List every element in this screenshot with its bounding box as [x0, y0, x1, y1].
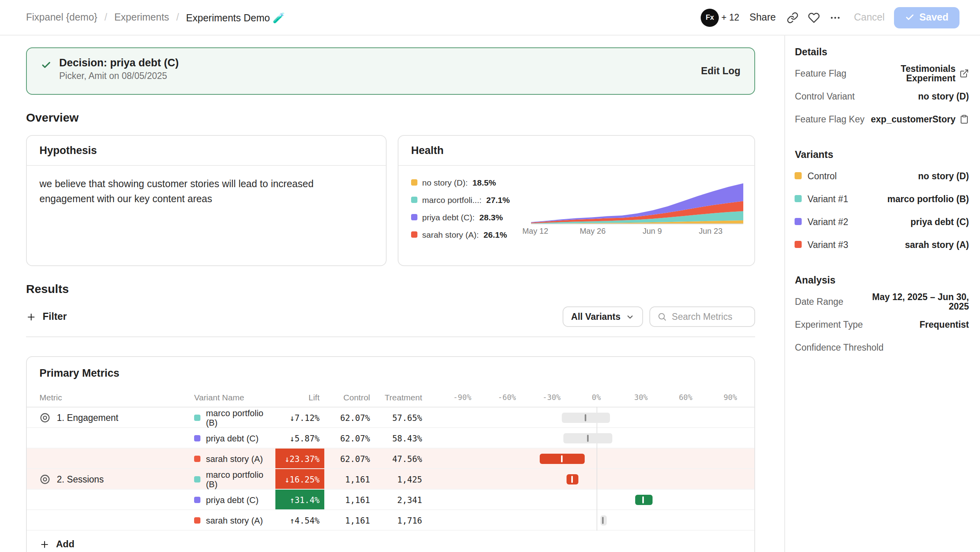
table-row[interactable]: priya debt (C) ↑31.4% 1,161 2,341 — [27, 490, 755, 510]
lift-value: ↓16.25% — [284, 474, 320, 484]
variant-name: priya debt (C) — [206, 495, 258, 504]
variant-cell: priya debt (C) — [182, 490, 266, 509]
analysis-label: Date Range — [795, 297, 843, 306]
lift-cell: ↓16.25% — [275, 469, 324, 489]
treatment-cell: 57.65% — [375, 407, 427, 427]
legend-label: no story (D): — [422, 178, 468, 187]
hypothesis-title: Hypothesis — [27, 136, 386, 166]
x-axis-label: May 12 — [522, 227, 548, 235]
health-chart-svg — [531, 178, 744, 224]
variant-name: marco portfolio (B) — [206, 408, 266, 427]
chevron-down-icon — [626, 312, 635, 321]
variant-label-text: Variant #3 — [808, 240, 848, 249]
saved-label: Saved — [919, 12, 948, 23]
confidence-interval-bar — [567, 474, 578, 484]
axis-tick-label: -30% — [542, 392, 561, 401]
avatar[interactable]: Fx — [701, 8, 719, 26]
lift-cell: ↓7.12% — [275, 407, 324, 427]
confidence-interval-bar — [563, 433, 613, 443]
more-options-button[interactable] — [825, 7, 846, 28]
variants-heading: Variants — [795, 149, 969, 160]
feature-flag-link[interactable]: Testimonials Experiment — [853, 64, 969, 83]
breadcrumb-item-project[interactable]: Fixpanel {demo} — [26, 12, 97, 23]
axis-tick-label: 30% — [634, 392, 647, 401]
legend-item: no story (D): 18.5% — [411, 178, 531, 187]
results-divider — [26, 336, 756, 337]
add-filter-button[interactable]: Filter — [26, 311, 67, 322]
confidence-interval-bar — [601, 515, 607, 525]
variant-value: no story (D) — [918, 171, 969, 180]
variants-filter-dropdown[interactable]: All Variants — [563, 306, 643, 327]
ci-chart-cell — [447, 428, 745, 448]
variant-swatch — [194, 455, 200, 462]
table-row[interactable]: sarah story (A) ↑4.54% 1,161 1,716 — [27, 510, 755, 531]
variant-swatch — [194, 476, 200, 482]
variant-name: priya debt (C) — [206, 433, 258, 443]
edit-log-button[interactable]: Edit Log — [701, 66, 741, 77]
search-icon — [658, 312, 667, 321]
collaborator-count[interactable]: + 12 — [721, 13, 739, 22]
lift-cell: ↓5.87% — [275, 428, 324, 448]
decision-byline: Picker, Amit on 08/05/2025 — [59, 71, 179, 81]
legend-item: sarah story (A): 26.1% — [411, 230, 531, 239]
ci-chart-cell — [447, 407, 745, 427]
details-heading: Details — [795, 47, 969, 58]
cancel-button[interactable]: Cancel — [854, 12, 885, 23]
variant-cell: sarah story (A) — [182, 510, 266, 530]
metric-name: 1. Engagement — [57, 413, 118, 422]
breadcrumb-item-current[interactable]: Experiments Demo 🧪 — [186, 11, 285, 23]
favorite-button[interactable] — [803, 7, 825, 28]
analysis-row-experiment-type: Experiment Type Frequentist — [795, 313, 969, 336]
variant-value: sarah story (A) — [905, 240, 969, 249]
table-header: Metric Variant Name Lift Control Treatme… — [27, 387, 755, 407]
table-row[interactable]: sarah story (A) ↓23.37% 62.07% 47.56% — [27, 449, 755, 469]
variant-swatch — [194, 414, 200, 421]
column-header-variant: Variant Name — [182, 392, 266, 402]
column-header-lift: Lift — [266, 392, 324, 402]
column-header-control: Control — [324, 392, 375, 402]
table-row[interactable]: 2. Sessions marco portfolio (B) ↓16.25% … — [27, 469, 755, 490]
hypothesis-text: we believe that showing customer stories… — [27, 166, 374, 219]
analysis-row-date-range: Date Range May 12, 2025 – Jun 30, 2025 — [795, 290, 969, 313]
copy-key-button[interactable] — [959, 114, 969, 124]
variant-label: Control — [795, 171, 837, 180]
metrics-table: Metric Variant Name Lift Control Treatme… — [27, 387, 755, 531]
add-label: Add — [56, 539, 75, 550]
treatment-cell: 58.43% — [375, 428, 427, 448]
variant-value: priya debt (C) — [911, 217, 969, 226]
legend-swatch — [411, 197, 417, 203]
plus-icon — [39, 539, 50, 549]
variant-swatch — [194, 435, 200, 441]
table-row[interactable]: 1. Engagement marco portfolio (B) ↓7.12%… — [27, 407, 755, 428]
saved-button[interactable]: Saved — [894, 7, 959, 28]
lift-value: ↓7.12% — [290, 413, 320, 422]
detail-label: Feature Flag — [795, 68, 846, 78]
metric-cell — [27, 428, 182, 448]
share-button[interactable]: Share — [750, 12, 776, 23]
search-metrics-input[interactable] — [672, 312, 748, 321]
lift-cell: ↑4.54% — [275, 510, 324, 530]
results-toolbar: Filter All Variants — [26, 306, 756, 327]
metric-cell — [27, 449, 182, 468]
breadcrumb: Fixpanel {demo} / Experiments / Experime… — [26, 11, 285, 23]
column-header-treatment: Treatment — [375, 392, 427, 402]
ellipsis-icon — [829, 11, 841, 23]
variant-swatch — [795, 195, 802, 202]
add-metric-button[interactable]: Add — [27, 531, 75, 552]
ci-chart-cell — [447, 449, 745, 468]
point-estimate-tick — [642, 496, 644, 503]
lift-value: ↓23.37% — [284, 454, 320, 463]
control-cell: 1,161 — [324, 490, 375, 509]
legend-item: marco portfoli...: 27.1% — [411, 195, 531, 205]
clipboard-icon — [959, 114, 969, 124]
table-row[interactable]: priya debt (C) ↓5.87% 62.07% 58.43% — [27, 428, 755, 449]
copy-link-button[interactable] — [782, 7, 803, 28]
hypothesis-card: Hypothesis we believe that showing custo… — [26, 135, 387, 266]
breadcrumb-item-experiments[interactable]: Experiments — [114, 12, 169, 23]
app-window: Fixpanel {demo} / Experiments / Experime… — [0, 0, 980, 552]
column-header-metric: Metric — [27, 392, 182, 402]
check-icon — [905, 13, 915, 22]
variant-label-text: Control — [808, 171, 837, 180]
variant-row-1: Variant #1 marco portfolio (B) — [795, 187, 969, 210]
primary-metrics-title: Primary Metrics — [27, 357, 755, 387]
